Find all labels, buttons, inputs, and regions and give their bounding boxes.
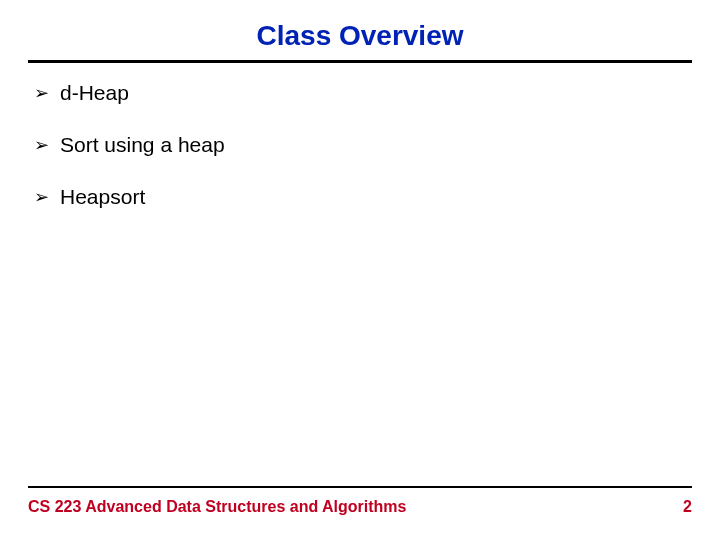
list-item-text: Sort using a heap <box>60 133 225 157</box>
list-item: ➢ d-Heap <box>34 81 692 105</box>
list-item: ➢ Heapsort <box>34 185 692 209</box>
footer-row: CS 223 Advanced Data Structures and Algo… <box>28 498 692 516</box>
footer-rule <box>28 486 692 488</box>
footer-course: CS 223 Advanced Data Structures and Algo… <box>28 498 406 516</box>
list-item-text: Heapsort <box>60 185 145 209</box>
list-item: ➢ Sort using a heap <box>34 133 692 157</box>
bullet-icon: ➢ <box>34 81 60 105</box>
slide-body: ➢ d-Heap ➢ Sort using a heap ➢ Heapsort <box>28 63 692 209</box>
bullet-icon: ➢ <box>34 185 60 209</box>
slide: Class Overview ➢ d-Heap ➢ Sort using a h… <box>0 0 720 540</box>
bullet-icon: ➢ <box>34 133 60 157</box>
slide-footer: CS 223 Advanced Data Structures and Algo… <box>28 486 692 516</box>
list-item-text: d-Heap <box>60 81 129 105</box>
slide-title: Class Overview <box>28 20 692 58</box>
footer-page-number: 2 <box>683 498 692 516</box>
